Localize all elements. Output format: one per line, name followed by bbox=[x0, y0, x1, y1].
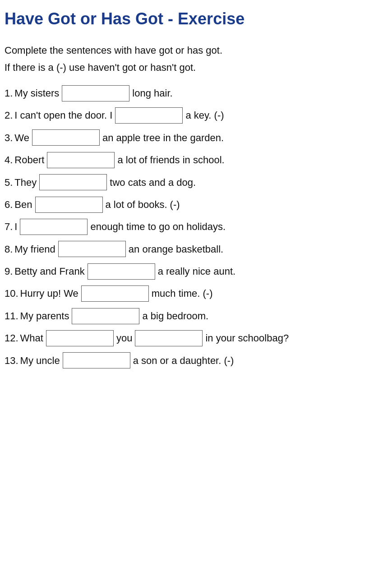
item-text: I can't open the door. I bbox=[14, 107, 112, 124]
item-text: a big bedroom. bbox=[142, 308, 208, 324]
answer-input-10[interactable] bbox=[81, 285, 149, 302]
item-text: a lot of books. (-) bbox=[106, 196, 180, 213]
item-number: 3. bbox=[5, 129, 13, 146]
exercise-item: 5. They two cats and a dog. bbox=[5, 174, 387, 191]
exercise-item: 10. Hurry up! We much time. (-) bbox=[5, 285, 387, 302]
item-text: Robert bbox=[14, 152, 44, 168]
instruction-2: If there is a (-) use haven't got or has… bbox=[5, 59, 387, 76]
item-text: They bbox=[14, 174, 37, 191]
item-number: 5. bbox=[5, 174, 13, 191]
item-number: 7. bbox=[5, 218, 13, 235]
item-number: 9. bbox=[5, 263, 13, 280]
answer-input-13[interactable] bbox=[63, 352, 130, 368]
exercise-item: 8. My friend an orange basketball. bbox=[5, 241, 387, 258]
item-text: Betty and Frank bbox=[14, 263, 84, 280]
item-text: Hurry up! We bbox=[20, 285, 78, 302]
item-text: much time. (-) bbox=[152, 285, 213, 302]
item-text: a really nice aunt. bbox=[158, 263, 235, 280]
answer-input-12-1[interactable] bbox=[46, 330, 114, 346]
exercise-item: 6. Ben a lot of books. (-) bbox=[5, 196, 387, 213]
item-number: 11. bbox=[5, 308, 18, 324]
item-text: We bbox=[14, 129, 29, 146]
answer-input-4[interactable] bbox=[47, 152, 115, 168]
answer-input-11[interactable] bbox=[72, 308, 139, 324]
item-text: a lot of friends in school. bbox=[117, 152, 224, 168]
exercise-item: 3. We an apple tree in the garden. bbox=[5, 129, 387, 146]
exercise-item: 7. I enough time to go on holidays. bbox=[5, 218, 387, 235]
exercise-item: 13. My uncle a son or a daughter. (-) bbox=[5, 352, 387, 369]
answer-input-2[interactable] bbox=[115, 107, 183, 124]
item-number: 12. bbox=[5, 330, 18, 346]
item-number: 2. bbox=[5, 107, 13, 124]
exercise-list: 1. My sisters long hair. 2. I can't open… bbox=[5, 85, 387, 369]
exercise-item: 9. Betty and Frank a really nice aunt. bbox=[5, 263, 387, 280]
item-number: 4. bbox=[5, 152, 13, 168]
answer-input-12-3[interactable] bbox=[135, 330, 203, 346]
exercise-item: 2. I can't open the door. I a key. (-) bbox=[5, 107, 387, 124]
exercise-item: 11. My parents a big bedroom. bbox=[5, 308, 387, 324]
answer-input-8[interactable] bbox=[58, 241, 126, 257]
answer-input-7[interactable] bbox=[20, 219, 88, 235]
item-text: a son or a daughter. (-) bbox=[133, 352, 234, 369]
answer-input-6[interactable] bbox=[35, 197, 103, 213]
page-title: Have Got or Has Got - Exercise bbox=[5, 9, 387, 28]
item-text: I bbox=[14, 218, 17, 235]
answer-input-1[interactable] bbox=[62, 85, 129, 101]
item-number: 10. bbox=[5, 285, 18, 302]
item-text: enough time to go on holidays. bbox=[90, 218, 226, 235]
item-text: My parents bbox=[20, 308, 69, 324]
answer-input-3[interactable] bbox=[32, 129, 100, 146]
exercise-item: 12. What you in your schoolbag? bbox=[5, 330, 387, 346]
item-text: My friend bbox=[14, 241, 55, 258]
item-text: two cats and a dog. bbox=[110, 174, 196, 191]
item-text: My sisters bbox=[14, 85, 59, 101]
item-text: a key. (-) bbox=[185, 107, 224, 124]
item-number: 6. bbox=[5, 196, 13, 213]
item-text: Ben bbox=[14, 196, 32, 213]
instruction-1: Complete the sentences with have got or … bbox=[5, 42, 387, 59]
answer-input-5[interactable] bbox=[39, 174, 107, 190]
answer-input-9[interactable] bbox=[88, 263, 155, 280]
item-text: My uncle bbox=[20, 352, 60, 369]
exercise-item: 4. Robert a lot of friends in school. bbox=[5, 152, 387, 168]
item-number: 8. bbox=[5, 241, 13, 258]
exercise-item: 1. My sisters long hair. bbox=[5, 85, 387, 101]
item-text: an orange basketball. bbox=[129, 241, 223, 258]
item-text: What bbox=[20, 330, 43, 346]
item-text: you bbox=[116, 330, 132, 346]
item-text: an apple tree in the garden. bbox=[102, 129, 224, 146]
item-text: long hair. bbox=[132, 85, 172, 101]
item-number: 13. bbox=[5, 352, 18, 369]
item-text: in your schoolbag? bbox=[205, 330, 289, 346]
item-number: 1. bbox=[5, 85, 13, 101]
